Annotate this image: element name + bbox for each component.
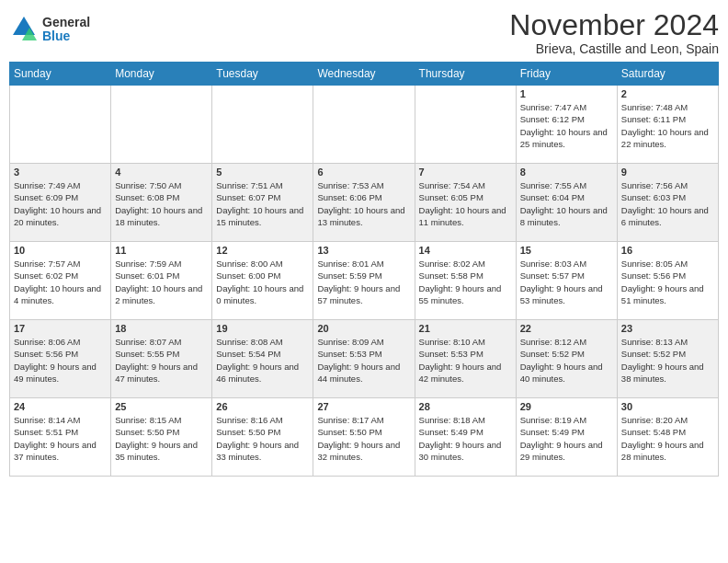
table-row: 14Sunrise: 8:02 AM Sunset: 5:58 PM Dayli… (415, 242, 516, 320)
day-detail: Sunrise: 8:03 AM Sunset: 5:57 PM Dayligh… (520, 258, 613, 306)
day-detail: Sunrise: 8:17 AM Sunset: 5:50 PM Dayligh… (317, 414, 410, 463)
table-row: 11Sunrise: 7:59 AM Sunset: 6:01 PM Dayli… (111, 242, 212, 320)
day-number: 23 (621, 323, 714, 334)
day-number: 5 (216, 167, 309, 178)
calendar-row: 10Sunrise: 7:57 AM Sunset: 6:02 PM Dayli… (10, 242, 719, 320)
day-detail: Sunrise: 8:08 AM Sunset: 5:54 PM Dayligh… (216, 336, 309, 385)
day-number: 16 (621, 245, 714, 256)
day-number: 9 (621, 167, 714, 178)
table-row: 9Sunrise: 7:56 AM Sunset: 6:03 PM Daylig… (617, 164, 718, 242)
day-number: 15 (520, 245, 613, 256)
day-detail: Sunrise: 7:54 AM Sunset: 6:05 PM Dayligh… (419, 179, 512, 228)
day-number: 29 (520, 401, 613, 412)
table-row: 18Sunrise: 8:07 AM Sunset: 5:55 PM Dayli… (111, 320, 212, 398)
day-number: 24 (14, 401, 107, 412)
table-row: 2Sunrise: 7:48 AM Sunset: 6:11 PM Daylig… (617, 86, 718, 164)
day-detail: Sunrise: 8:14 AM Sunset: 5:51 PM Dayligh… (14, 414, 107, 463)
day-detail: Sunrise: 8:20 AM Sunset: 5:48 PM Dayligh… (621, 414, 714, 463)
calendar-row: 1Sunrise: 7:47 AM Sunset: 6:12 PM Daylig… (10, 86, 719, 164)
header-day: Sunday (10, 63, 111, 86)
table-row: 30Sunrise: 8:20 AM Sunset: 5:48 PM Dayli… (617, 398, 718, 477)
header-day: Wednesday (313, 63, 415, 86)
day-number: 8 (520, 167, 613, 178)
logo-general: General (42, 16, 90, 29)
day-detail: Sunrise: 8:01 AM Sunset: 5:59 PM Dayligh… (317, 258, 410, 306)
table-row: 17Sunrise: 8:06 AM Sunset: 5:56 PM Dayli… (10, 320, 111, 398)
header-day: Saturday (617, 63, 718, 86)
logo-blue: Blue (42, 29, 90, 43)
day-number: 13 (317, 245, 410, 256)
day-detail: Sunrise: 8:07 AM Sunset: 5:55 PM Dayligh… (115, 336, 208, 385)
day-detail: Sunrise: 7:51 AM Sunset: 6:07 PM Dayligh… (216, 179, 309, 228)
table-row (415, 86, 516, 164)
table-row: 7Sunrise: 7:54 AM Sunset: 6:05 PM Daylig… (415, 164, 516, 242)
table-row: 1Sunrise: 7:47 AM Sunset: 6:12 PM Daylig… (516, 86, 617, 164)
table-row: 6Sunrise: 7:53 AM Sunset: 6:06 PM Daylig… (313, 164, 415, 242)
day-number: 19 (216, 323, 309, 334)
day-number: 1 (520, 88, 613, 99)
day-detail: Sunrise: 7:57 AM Sunset: 6:02 PM Dayligh… (14, 258, 107, 306)
logo: General Blue (9, 15, 90, 44)
table-row: 3Sunrise: 7:49 AM Sunset: 6:09 PM Daylig… (10, 164, 111, 242)
logo-icon (9, 15, 39, 44)
day-detail: Sunrise: 7:48 AM Sunset: 6:11 PM Dayligh… (621, 101, 714, 150)
day-number: 2 (621, 88, 714, 99)
table-row: 24Sunrise: 8:14 AM Sunset: 5:51 PM Dayli… (10, 398, 111, 477)
day-detail: Sunrise: 8:19 AM Sunset: 5:49 PM Dayligh… (520, 414, 613, 463)
day-detail: Sunrise: 8:00 AM Sunset: 6:00 PM Dayligh… (216, 258, 309, 306)
day-number: 20 (317, 323, 410, 334)
day-detail: Sunrise: 7:49 AM Sunset: 6:09 PM Dayligh… (14, 179, 107, 228)
day-detail: Sunrise: 7:56 AM Sunset: 6:03 PM Dayligh… (621, 179, 714, 228)
table-row: 27Sunrise: 8:17 AM Sunset: 5:50 PM Dayli… (313, 398, 415, 477)
table-row: 13Sunrise: 8:01 AM Sunset: 5:59 PM Dayli… (313, 242, 415, 320)
header-day: Thursday (415, 63, 516, 86)
day-detail: Sunrise: 8:10 AM Sunset: 5:53 PM Dayligh… (419, 336, 512, 385)
table-row: 19Sunrise: 8:08 AM Sunset: 5:54 PM Dayli… (212, 320, 313, 398)
month-title: November 2024 (509, 9, 719, 41)
day-detail: Sunrise: 7:50 AM Sunset: 6:08 PM Dayligh… (115, 179, 208, 228)
day-detail: Sunrise: 7:59 AM Sunset: 6:01 PM Dayligh… (115, 258, 208, 306)
day-number: 11 (115, 245, 208, 256)
day-detail: Sunrise: 8:13 AM Sunset: 5:52 PM Dayligh… (621, 336, 714, 385)
table-row: 12Sunrise: 8:00 AM Sunset: 6:00 PM Dayli… (212, 242, 313, 320)
table-row: 10Sunrise: 7:57 AM Sunset: 6:02 PM Dayli… (10, 242, 111, 320)
day-number: 28 (419, 401, 512, 412)
day-detail: Sunrise: 8:16 AM Sunset: 5:50 PM Dayligh… (216, 414, 309, 463)
table-row: 21Sunrise: 8:10 AM Sunset: 5:53 PM Dayli… (415, 320, 516, 398)
calendar-row: 24Sunrise: 8:14 AM Sunset: 5:51 PM Dayli… (10, 398, 719, 477)
header-day: Monday (111, 63, 212, 86)
day-number: 22 (520, 323, 613, 334)
day-number: 30 (621, 401, 714, 412)
header: General Blue November 2024 Brieva, Casti… (9, 9, 719, 56)
table-row: 20Sunrise: 8:09 AM Sunset: 5:53 PM Dayli… (313, 320, 415, 398)
day-number: 12 (216, 245, 309, 256)
location: Brieva, Castille and Leon, Spain (509, 41, 719, 56)
day-number: 4 (115, 167, 208, 178)
day-number: 18 (115, 323, 208, 334)
day-detail: Sunrise: 8:09 AM Sunset: 5:53 PM Dayligh… (317, 336, 410, 385)
day-number: 10 (14, 245, 107, 256)
table-row: 28Sunrise: 8:18 AM Sunset: 5:49 PM Dayli… (415, 398, 516, 477)
table-row: 15Sunrise: 8:03 AM Sunset: 5:57 PM Dayli… (516, 242, 617, 320)
day-number: 17 (14, 323, 107, 334)
calendar-header: SundayMondayTuesdayWednesdayThursdayFrid… (10, 63, 719, 86)
table-row: 26Sunrise: 8:16 AM Sunset: 5:50 PM Dayli… (212, 398, 313, 477)
day-detail: Sunrise: 8:12 AM Sunset: 5:52 PM Dayligh… (520, 336, 613, 385)
table-row (111, 86, 212, 164)
table-row: 25Sunrise: 8:15 AM Sunset: 5:50 PM Dayli… (111, 398, 212, 477)
day-number: 14 (419, 245, 512, 256)
table-row (212, 86, 313, 164)
day-detail: Sunrise: 8:18 AM Sunset: 5:49 PM Dayligh… (419, 414, 512, 463)
day-detail: Sunrise: 7:47 AM Sunset: 6:12 PM Dayligh… (520, 101, 613, 150)
table-row: 22Sunrise: 8:12 AM Sunset: 5:52 PM Dayli… (516, 320, 617, 398)
day-number: 21 (419, 323, 512, 334)
title-area: November 2024 Brieva, Castille and Leon,… (509, 9, 719, 56)
table-row: 5Sunrise: 7:51 AM Sunset: 6:07 PM Daylig… (212, 164, 313, 242)
logo-text: General Blue (42, 16, 90, 44)
day-number: 6 (317, 167, 410, 178)
header-day: Friday (516, 63, 617, 86)
header-day: Tuesday (212, 63, 313, 86)
table-row: 8Sunrise: 7:55 AM Sunset: 6:04 PM Daylig… (516, 164, 617, 242)
calendar-row: 17Sunrise: 8:06 AM Sunset: 5:56 PM Dayli… (10, 320, 719, 398)
table-row: 23Sunrise: 8:13 AM Sunset: 5:52 PM Dayli… (617, 320, 718, 398)
